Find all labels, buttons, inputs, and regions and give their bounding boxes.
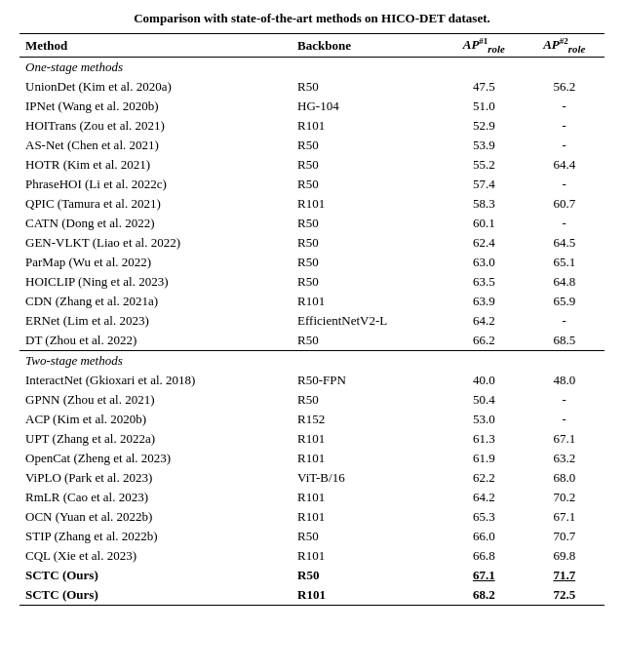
table-row: HOITrans (Zou et al. 2021)R10152.9- [20,116,604,136]
cell-backbone: R101 [292,585,444,606]
table-row: CATN (Dong et al. 2022)R5060.1- [20,214,604,233]
cell-ap1: 55.2 [444,155,524,175]
cell-backbone: ViT-B/16 [292,468,444,488]
cell-backbone: R101 [292,194,444,214]
cell-backbone: EfficientNetV2-L [292,311,444,331]
table-row: IPNet (Wang et al. 2020b)HG-10451.0- [20,97,604,116]
cell-backbone: R101 [292,292,444,311]
cell-method: CDN (Zhang et al. 2021a) [20,292,292,311]
cell-method: ACP (Kim et al. 2020b) [20,410,292,429]
cell-ap2: - [525,136,605,155]
cell-ap2: 67.1 [525,507,605,527]
cell-ap2: - [525,410,605,429]
cell-method: OpenCat (Zheng et al. 2023) [20,449,292,468]
cell-method: GEN-VLKT (Liao et al. 2022) [20,233,292,253]
cell-ap2: 56.2 [525,77,605,97]
table-row: RmLR (Cao et al. 2023)R10164.270.2 [20,488,604,507]
cell-ap1: 63.9 [444,292,524,311]
cell-method: ERNet (Lim et al. 2023) [20,311,292,331]
cell-backbone: R50 [292,136,444,155]
cell-method: ParMap (Wu et al. 2022) [20,253,292,272]
table-row: ParMap (Wu et al. 2022)R5063.065.1 [20,253,604,272]
cell-backbone: R50 [292,175,444,194]
table-row: OCN (Yuan et al. 2022b)R10165.367.1 [20,507,604,527]
cell-ap2: 71.7 [525,566,605,585]
cell-ap1: 58.3 [444,194,524,214]
cell-ap1: 40.0 [444,371,524,390]
cell-backbone: HG-104 [292,97,444,116]
cell-method: GPNN (Zhou et al. 2021) [20,390,292,410]
cell-ap2: 70.7 [525,527,605,546]
cell-ap2: - [525,175,605,194]
cell-backbone: R50-FPN [292,371,444,390]
cell-ap1: 62.2 [444,468,524,488]
cell-ap1: 61.9 [444,449,524,468]
cell-ap2: 60.7 [525,194,605,214]
cell-backbone: R152 [292,410,444,429]
cell-backbone: R101 [292,449,444,468]
cell-ap1: 65.3 [444,507,524,527]
cell-ap1: 67.1 [444,566,524,585]
cell-ap1: 51.0 [444,97,524,116]
cell-ap1: 64.2 [444,488,524,507]
table-row: CDN (Zhang et al. 2021a)R10163.965.9 [20,292,604,311]
cell-ap2: - [525,390,605,410]
cell-ap2: 48.0 [525,371,605,390]
cell-method: UPT (Zhang et al. 2022a) [20,429,292,449]
cell-ap1: 47.5 [444,77,524,97]
table-row: HOICLIP (Ning et al. 2023)R5063.564.8 [20,272,604,292]
cell-method: SCTC (Ours) [20,585,292,606]
cell-ap1: 57.4 [444,175,524,194]
cell-backbone: R50 [292,77,444,97]
table-row: GPNN (Zhou et al. 2021)R5050.4- [20,390,604,410]
cell-backbone: R101 [292,116,444,136]
col-ap1: AP#1role [444,34,524,58]
cell-method: AS-Net (Chen et al. 2021) [20,136,292,155]
table-row: ERNet (Lim et al. 2023)EfficientNetV2-L6… [20,311,604,331]
cell-ap1: 62.4 [444,233,524,253]
cell-backbone: R50 [292,566,444,585]
col-backbone: Backbone [292,34,444,58]
cell-method: HOTR (Kim et al. 2021) [20,155,292,175]
cell-ap1: 50.4 [444,390,524,410]
cell-method: PhraseHOI (Li et al. 2022c) [20,175,292,194]
cell-backbone: R101 [292,488,444,507]
cell-ap2: 72.5 [525,585,605,606]
cell-ap2: 63.2 [525,449,605,468]
cell-backbone: R101 [292,429,444,449]
table-row: UPT (Zhang et al. 2022a)R10161.367.1 [20,429,604,449]
cell-method: CATN (Dong et al. 2022) [20,214,292,233]
cell-method: RmLR (Cao et al. 2023) [20,488,292,507]
table-row: OpenCat (Zheng et al. 2023)R10161.963.2 [20,449,604,468]
table-row: SCTC (Ours)R5067.171.7 [20,566,604,585]
cell-ap2: 65.1 [525,253,605,272]
cell-ap2: - [525,214,605,233]
table-row: GEN-VLKT (Liao et al. 2022)R5062.464.5 [20,233,604,253]
cell-ap1: 52.9 [444,116,524,136]
table-row: DT (Zhou et al. 2022)R5066.268.5 [20,331,604,351]
cell-backbone: R101 [292,507,444,527]
col-method: Method [20,34,292,58]
cell-ap2: 68.5 [525,331,605,351]
cell-method: DT (Zhou et al. 2022) [20,331,292,351]
table-row: ACP (Kim et al. 2020b)R15253.0- [20,410,604,429]
cell-ap2: 64.4 [525,155,605,175]
section-label-0: One-stage methods [20,58,604,78]
table-row: SCTC (Ours)R10168.272.5 [20,585,604,606]
cell-method: UnionDet (Kim et al. 2020a) [20,77,292,97]
cell-ap2: 64.5 [525,233,605,253]
cell-ap1: 63.5 [444,272,524,292]
col-ap2: AP#2role [525,34,605,58]
table-row: PhraseHOI (Li et al. 2022c)R5057.4- [20,175,604,194]
table-row: HOTR (Kim et al. 2021)R5055.264.4 [20,155,604,175]
cell-ap2: 65.9 [525,292,605,311]
cell-ap1: 60.1 [444,214,524,233]
cell-method: ViPLO (Park et al. 2023) [20,468,292,488]
cell-ap1: 66.8 [444,546,524,566]
cell-method: IPNet (Wang et al. 2020b) [20,97,292,116]
cell-method: CQL (Xie et al. 2023) [20,546,292,566]
table-row: CQL (Xie et al. 2023)R10166.869.8 [20,546,604,566]
cell-method: HOICLIP (Ning et al. 2023) [20,272,292,292]
table-row: UnionDet (Kim et al. 2020a)R5047.556.2 [20,77,604,97]
cell-method: InteractNet (Gkioxari et al. 2018) [20,371,292,390]
